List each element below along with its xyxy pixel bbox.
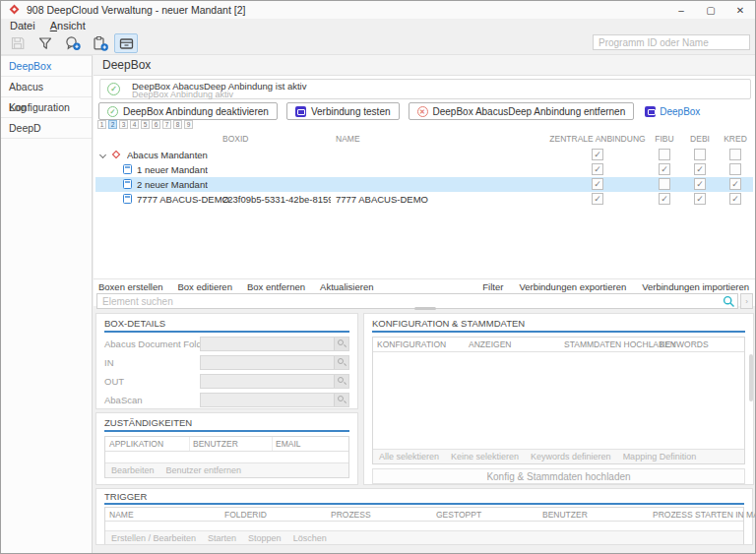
scrollbar-thumb[interactable]: [749, 354, 753, 401]
checkbox-fibu[interactable]: [659, 178, 670, 190]
checkbox-debi[interactable]: [694, 149, 706, 160]
checkbox-debi[interactable]: [694, 163, 706, 175]
mandant-icon: [123, 194, 132, 204]
checkbox-debi[interactable]: [694, 193, 706, 205]
export-connections-link[interactable]: Verbindungen exportieren: [519, 281, 626, 292]
filter-button[interactable]: [33, 33, 57, 53]
pager-item[interactable]: 8: [173, 120, 182, 129]
table-row-group[interactable]: Abacus Mandanten: [95, 148, 753, 162]
pager-item[interactable]: 2: [108, 120, 117, 129]
lookup-button[interactable]: [334, 338, 348, 350]
test-connection-button[interactable]: Verbindung testen: [286, 102, 400, 120]
table-row-selected[interactable]: 2 neuer Mandant: [95, 177, 753, 192]
checkbox-zentrale[interactable]: [592, 163, 603, 175]
checkbox-kred[interactable]: [729, 163, 741, 175]
table-row[interactable]: 1 neuer Mandant: [95, 162, 753, 177]
start-trigger-link[interactable]: Starten: [208, 533, 236, 543]
column-divider: [189, 437, 190, 451]
out-field[interactable]: [200, 374, 349, 389]
pager-item[interactable]: 6: [152, 120, 160, 129]
box-details-title: BOX-DETAILS: [104, 318, 165, 329]
stop-trigger-link[interactable]: Stoppen: [248, 533, 282, 543]
magnifier-icon: [338, 396, 344, 401]
pager-item[interactable]: 5: [141, 120, 150, 129]
pager-item[interactable]: 7: [162, 120, 171, 129]
upload-config-button[interactable]: Konfig & Stammdaten hochladen: [372, 468, 745, 484]
checkbox-debi[interactable]: [694, 178, 706, 190]
magnifier-icon: [338, 358, 344, 364]
window-controls: – ▢ ✕: [666, 1, 755, 21]
chevron-down-icon[interactable]: [99, 152, 106, 158]
search-icon[interactable]: [723, 295, 735, 308]
abascan-field[interactable]: [200, 393, 349, 407]
create-edit-trigger-link[interactable]: Erstellen / Bearbeiten: [111, 533, 196, 543]
checkbox-fibu[interactable]: [659, 193, 670, 205]
remove-connection-button[interactable]: ✕ DeepBox AbacusDeep Anbindung entfernen: [409, 102, 635, 120]
mandant-icon: [123, 164, 132, 174]
abacus-document-folder-field[interactable]: [200, 337, 349, 351]
remove-user-link[interactable]: Benutzer entfernen: [166, 465, 242, 475]
col-name: NAME: [336, 134, 360, 144]
table-row[interactable]: 7777 ABACUS-DEMO 223f09b5-5331-42be-8159…: [95, 192, 753, 207]
edit-link[interactable]: Bearbeiten: [111, 465, 155, 475]
checkbox-fibu[interactable]: [659, 163, 670, 175]
delete-trigger-link[interactable]: Löschen: [293, 533, 327, 543]
save-icon: [10, 35, 26, 51]
edit-box-link[interactable]: Box editieren: [177, 281, 231, 292]
filter-link[interactable]: Filter: [482, 281, 503, 292]
sidebar-item-deepbox[interactable]: DeepBox: [1, 56, 92, 77]
remove-box-link[interactable]: Box entfernen: [247, 281, 305, 292]
magnifier-icon: [338, 339, 344, 345]
pager-item[interactable]: 4: [130, 120, 139, 129]
deepbox-toolbar-button[interactable]: [114, 33, 138, 53]
search-options-button[interactable]: ›: [740, 293, 753, 309]
lookup-button[interactable]: [334, 375, 348, 388]
checkbox-kred[interactable]: [729, 149, 741, 160]
sidebar-item-abacus-konfiguration[interactable]: Abacus Konfiguration: [1, 77, 92, 97]
lookup-button[interactable]: [334, 356, 348, 369]
status-subtitle: DeepBox Anbindung aktiv: [132, 90, 233, 99]
pager-item[interactable]: 9: [184, 120, 193, 129]
checkbox-fibu[interactable]: [659, 149, 670, 160]
menubar: Datei Ansicht: [1, 20, 86, 33]
in-field[interactable]: [200, 355, 349, 370]
checkbox-zentrale[interactable]: [592, 193, 603, 205]
checkbox-zentrale[interactable]: [592, 149, 603, 160]
menu-datei[interactable]: Datei: [10, 20, 35, 33]
col-debi: DEBI: [682, 134, 718, 144]
pager: 1 2 3 4 5 6 7 8 9: [97, 120, 193, 129]
program-search-input[interactable]: [593, 34, 750, 50]
save-button[interactable]: [6, 33, 30, 53]
checkbox-kred[interactable]: [729, 178, 741, 190]
add-comment-button[interactable]: [61, 33, 85, 53]
mapping-definition-link[interactable]: Mapping Definition: [623, 452, 697, 462]
menu-ansicht[interactable]: Ansicht: [50, 20, 86, 33]
table-actions-left: Boxen erstellen Box editieren Box entfer…: [98, 281, 373, 292]
checkbox-kred[interactable]: [729, 193, 741, 205]
table-header-row: NAME FOLDERID PROZESS GESTOPPT BENUTZER …: [105, 508, 743, 522]
add-clipboard-button[interactable]: [89, 33, 112, 53]
close-button[interactable]: ✕: [725, 1, 755, 21]
konfiguration-table: KONFIGURATION ANZEIGEN STAMMDATEN HOCHLA…: [372, 337, 745, 464]
refresh-link[interactable]: Aktualisieren: [320, 281, 373, 292]
import-connections-link[interactable]: Verbindungen importieren: [642, 281, 749, 292]
zustaendigkeiten-title: ZUSTÄNDIGKEITEN: [104, 417, 192, 428]
deepbox-box-icon: [645, 106, 656, 117]
minimize-button[interactable]: –: [666, 1, 696, 21]
checkbox-zentrale[interactable]: [592, 178, 603, 190]
deepbox-link[interactable]: DeepBox: [645, 106, 700, 117]
col-kred: KRED: [718, 134, 753, 144]
maximize-button[interactable]: ▢: [696, 1, 725, 21]
lookup-button[interactable]: [334, 394, 348, 406]
section-underline: [104, 331, 349, 333]
pager-item[interactable]: 1: [97, 120, 106, 129]
create-boxes-link[interactable]: Boxen erstellen: [98, 281, 162, 292]
select-all-link[interactable]: Alle selektieren: [379, 452, 439, 462]
pager-item[interactable]: 3: [119, 120, 128, 129]
table-actions-right: Filter Verbindungen exportieren Verbindu…: [482, 281, 749, 292]
select-none-link[interactable]: Keine selektieren: [451, 452, 519, 462]
deactivate-connection-button[interactable]: ✓ DeepBox Anbindung deaktivieren: [98, 102, 278, 120]
sidebar-item-deepd[interactable]: DeepD: [1, 118, 92, 139]
splitter-handle[interactable]: [414, 307, 436, 310]
define-keywords-link[interactable]: Keywords definieren: [531, 452, 611, 462]
